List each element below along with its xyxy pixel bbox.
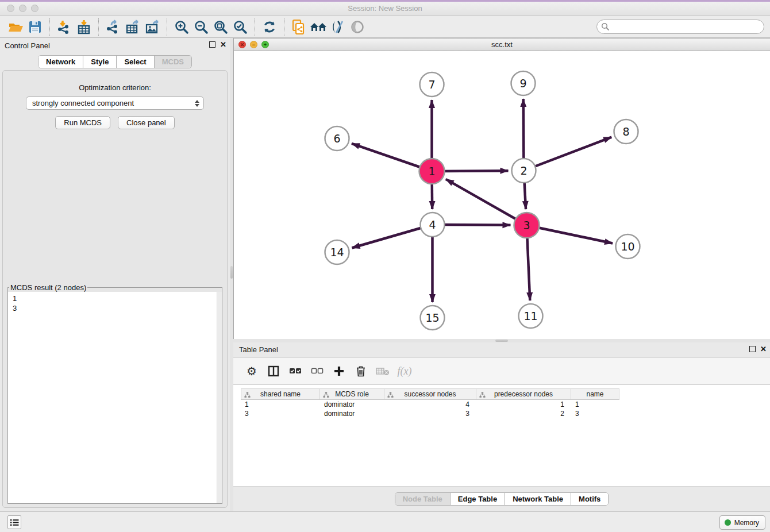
node-label-14: 14 [330, 246, 344, 259]
table-cell[interactable]: 3 [241, 409, 320, 418]
table-header-row: shared nameMCDS rolesuccessor nodesprede… [241, 388, 619, 400]
export-image-button[interactable] [143, 18, 162, 36]
table-cell[interactable]: 2 [476, 409, 571, 418]
tab-style[interactable]: Style [83, 56, 116, 68]
delete-table-button[interactable] [375, 363, 391, 379]
mcds-result-lines: 1 3 [8, 292, 222, 313]
memory-label: Memory [734, 519, 759, 527]
tab-network[interactable]: Network [38, 56, 83, 68]
column-visibility-button[interactable] [265, 363, 282, 379]
task-history-button[interactable] [7, 515, 21, 529]
column-header-MCDS-role[interactable]: MCDS role [320, 389, 384, 399]
column-type-icon [387, 392, 394, 398]
table-row[interactable]: 3dominator323 [241, 409, 619, 418]
tab-edge-table[interactable]: Edge Table [450, 493, 505, 505]
table-toolbar: ⚙ [233, 357, 770, 385]
zoom-selected-button[interactable] [230, 18, 250, 36]
node-label-8: 8 [622, 125, 629, 138]
float-table-panel-icon[interactable] [749, 346, 756, 352]
vizmapper-button[interactable] [328, 18, 348, 36]
clone-network-button[interactable] [289, 18, 309, 36]
zoom-out-button[interactable] [191, 18, 211, 36]
table-tabs-strip: Node TableEdge TableNetwork TableMotifs [233, 486, 770, 511]
float-panel-icon[interactable] [209, 41, 215, 48]
table-cell[interactable]: 4 [384, 400, 476, 409]
table-cell[interactable]: 1 [571, 400, 619, 409]
tab-mcds[interactable]: MCDS [154, 56, 191, 68]
save-session-button[interactable] [25, 18, 45, 36]
table-cell[interactable]: 3 [384, 409, 476, 418]
close-panel-icon[interactable]: ✕ [220, 41, 226, 48]
open-session-button[interactable] [6, 18, 25, 36]
delete-columns-button[interactable] [353, 363, 369, 379]
deselect-all-button[interactable] [309, 363, 325, 379]
edge-2-8[interactable] [524, 137, 612, 171]
toolbar-separator [49, 18, 50, 36]
function-builder-button[interactable]: f(x) [396, 363, 413, 379]
close-table-panel-icon[interactable]: ✕ [760, 346, 767, 352]
export-network-button[interactable] [103, 18, 123, 36]
toolbar-separator [255, 18, 255, 36]
tab-node-table[interactable]: Node Table [395, 493, 450, 505]
search-icon [601, 22, 610, 31]
memory-button[interactable]: Memory [719, 515, 765, 530]
import-network-button[interactable] [55, 18, 74, 36]
toolbar-separator [284, 18, 284, 36]
import-network-icon [57, 20, 72, 34]
column-header-predecessor-nodes[interactable]: predecessor nodes [476, 389, 571, 399]
column-header-successor-nodes[interactable]: successor nodes [384, 389, 476, 399]
column-label: shared name [260, 390, 301, 398]
tab-select[interactable]: Select [116, 56, 153, 68]
control-panel-header: Control Panel ✕ [0, 38, 230, 54]
splitter-grip[interactable] [495, 340, 508, 342]
node-table-area: shared nameMCDS rolesuccessor nodesprede… [233, 385, 770, 486]
zoom-in-button[interactable] [172, 18, 191, 36]
export-table-button[interactable] [123, 18, 143, 36]
clone-network-icon [291, 19, 306, 35]
columns-icon [268, 365, 279, 377]
table-options-button[interactable]: ⚙ [244, 363, 260, 379]
table-cell[interactable]: dominator [320, 400, 384, 409]
node-table[interactable]: shared nameMCDS rolesuccessor nodesprede… [241, 388, 619, 418]
search-input[interactable] [596, 20, 764, 34]
toolbar-separator [167, 18, 167, 36]
refresh-layout-icon [262, 20, 277, 34]
zoom-fit-button[interactable] [211, 18, 230, 36]
plus-icon [333, 365, 345, 377]
run-mcds-button[interactable]: Run MCDS [55, 116, 110, 129]
select-all-button[interactable] [287, 363, 303, 379]
result-scrollbar[interactable] [217, 292, 222, 503]
fx-icon: f(x) [398, 365, 412, 377]
mcds-result-group: MCDS result (2 nodes) 1 3 [7, 283, 222, 504]
table-cell[interactable]: 3 [571, 409, 619, 418]
zoom-selected-icon [233, 20, 248, 34]
column-header-shared-name[interactable]: shared name [241, 389, 320, 399]
table-row[interactable]: 1dominator411 [241, 400, 619, 409]
table-cell[interactable]: dominator [320, 409, 384, 418]
mcds-tab-body: Optimization criterion: strongly connect… [2, 70, 228, 508]
network-graph[interactable]: 1234678910111415 [234, 51, 770, 339]
table-tabbar: Node TableEdge TableNetwork TableMotifs [395, 492, 609, 506]
mcds-result-textarea[interactable]: 1 3 [8, 292, 222, 503]
tab-network-table[interactable]: Network Table [505, 493, 571, 505]
tab-motifs[interactable]: Motifs [571, 493, 608, 505]
optimization-criterion-label: Optimization criterion: [3, 83, 227, 92]
network-window-title: scc.txt [234, 40, 770, 49]
show-graphics-details-button[interactable] [348, 18, 367, 36]
import-table-button[interactable] [74, 18, 94, 36]
table-cell[interactable]: 1 [476, 400, 571, 409]
close-panel-button[interactable]: Close panel [118, 116, 175, 129]
splitter-grip[interactable] [230, 266, 233, 279]
add-column-button[interactable] [331, 363, 347, 379]
table-panel-header: Table Panel ✕ [233, 342, 770, 357]
application-window: Session: New Session [0, 0, 770, 532]
criterion-dropdown[interactable]: strongly connected component [26, 97, 204, 110]
edge-3-1[interactable] [446, 179, 527, 225]
hide-panels-button[interactable] [309, 18, 328, 36]
column-header-name[interactable]: name [571, 389, 619, 399]
mcds-result-title: MCDS result (2 nodes) [9, 283, 87, 292]
table-cell[interactable]: 1 [241, 400, 320, 409]
apply-layout-button[interactable] [260, 18, 279, 36]
dropdown-stepper-icon [194, 98, 201, 109]
column-type-icon [323, 392, 329, 398]
